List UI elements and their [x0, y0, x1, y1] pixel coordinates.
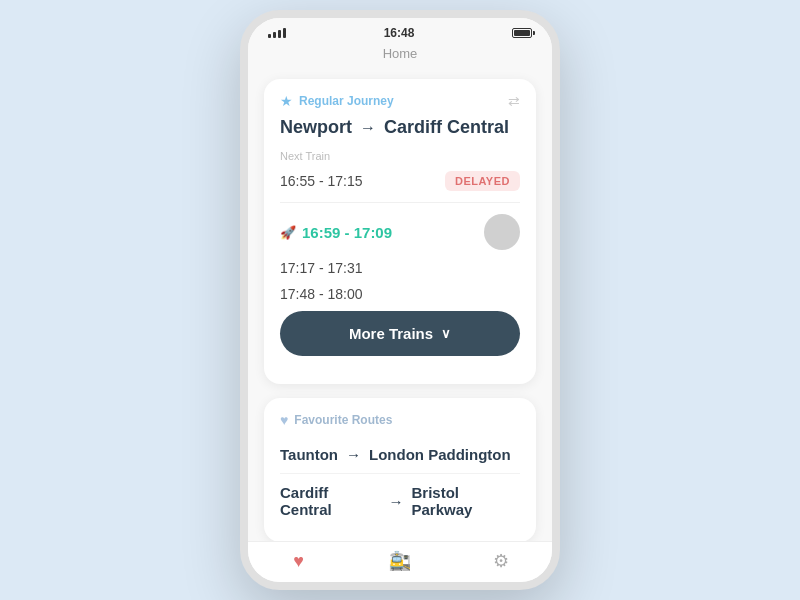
train-time-1: 16:55 - 17:15 — [280, 173, 363, 189]
status-bar: 16:48 — [248, 18, 552, 44]
train-time-2: 16:59 - 17:09 — [302, 224, 392, 241]
next-train-label: Next Train — [280, 150, 520, 162]
trains-tab-icon: 🚉 — [389, 550, 411, 572]
more-trains-label: More Trains — [349, 325, 433, 342]
star-icon: ★ — [280, 93, 293, 109]
divider-1 — [280, 202, 520, 203]
tab-favourites[interactable]: ♥ — [248, 550, 349, 572]
status-time: 16:48 — [384, 26, 415, 40]
phone-frame: 16:48 Home ★ Regular Journey ⇄ Newport — [240, 10, 560, 590]
heart-tab-icon: ♥ — [293, 551, 304, 572]
tab-settings[interactable]: ⚙ — [451, 550, 552, 572]
favourite-routes-label: Favourite Routes — [294, 413, 392, 427]
fav-route-2[interactable]: Cardiff Central → Bristol Parkway — [280, 474, 520, 528]
more-trains-button[interactable]: More Trains ∨ — [280, 311, 520, 356]
regular-journey-label: Regular Journey — [299, 94, 394, 108]
fav-route-1-arrow: → — [346, 446, 361, 463]
fav-route-1[interactable]: Taunton → London Paddington — [280, 436, 520, 474]
train-row-2: 🚀 16:59 - 17:09 — [280, 209, 520, 255]
nav-title: Home — [248, 44, 552, 69]
signal-bar-4 — [283, 28, 286, 38]
battery-fill — [514, 30, 530, 36]
delayed-badge: DELAYED — [445, 171, 520, 191]
signal-bar-2 — [273, 32, 276, 38]
regular-journey-card: ★ Regular Journey ⇄ Newport → Cardiff Ce… — [264, 79, 536, 384]
route-arrow: → — [360, 119, 376, 137]
favourite-routes-card: ♥ Favourite Routes Taunton → London Padd… — [264, 398, 536, 541]
train-row-3: 17:17 - 17:31 — [280, 255, 520, 281]
tab-bar: ♥ 🚉 ⚙ — [248, 541, 552, 582]
fav-route-1-from: Taunton — [280, 446, 338, 463]
tab-trains[interactable]: 🚉 — [349, 550, 450, 572]
fav-route-2-arrow: → — [388, 493, 403, 510]
signal-indicator — [268, 28, 286, 38]
phone-wrapper: 16:48 Home ★ Regular Journey ⇄ Newport — [240, 10, 560, 590]
signal-bar-1 — [268, 34, 271, 38]
card-header-left: ★ Regular Journey — [280, 93, 394, 109]
train-row-1: 16:55 - 17:15 DELAYED — [280, 166, 520, 196]
fav-route-1-to: London Paddington — [369, 446, 511, 463]
train-time-4: 17:48 - 18:00 — [280, 286, 363, 302]
heart-icon: ♥ — [280, 412, 288, 428]
train-time-3: 17:17 - 17:31 — [280, 260, 363, 276]
transfer-icon: ⇄ — [508, 93, 520, 109]
fav-card-header-left: ♥ Favourite Routes — [280, 412, 392, 428]
toggle-switch[interactable] — [484, 214, 520, 250]
battery-icon — [512, 28, 532, 38]
fav-route-2-to: Bristol Parkway — [411, 484, 520, 518]
content-area: ★ Regular Journey ⇄ Newport → Cardiff Ce… — [248, 69, 552, 541]
route-to: Cardiff Central — [384, 117, 509, 138]
signal-bar-3 — [278, 30, 281, 38]
train-row-4: 17:48 - 18:00 — [280, 281, 520, 307]
train-row-2-inner: 🚀 16:59 - 17:09 — [280, 224, 392, 241]
fav-route-2-from: Cardiff Central — [280, 484, 380, 518]
route-title: Newport → Cardiff Central — [280, 117, 520, 138]
rocket-icon: 🚀 — [280, 225, 296, 240]
card-header: ★ Regular Journey ⇄ — [280, 93, 520, 109]
fav-card-header: ♥ Favourite Routes — [280, 412, 520, 428]
chevron-down-icon: ∨ — [441, 326, 451, 341]
settings-tab-icon: ⚙ — [493, 550, 509, 572]
route-from: Newport — [280, 117, 352, 138]
